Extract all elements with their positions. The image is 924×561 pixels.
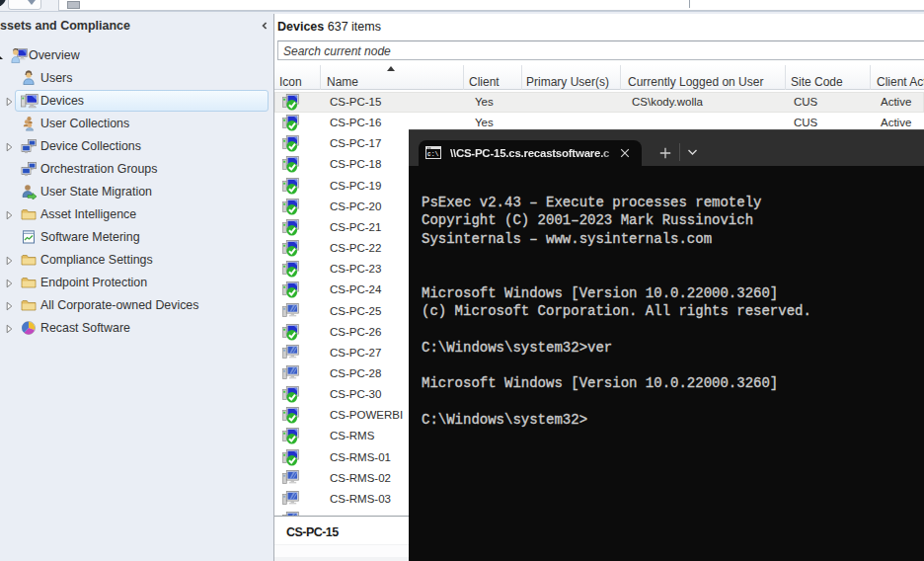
svg-text:c:\: c:\ <box>427 151 439 158</box>
